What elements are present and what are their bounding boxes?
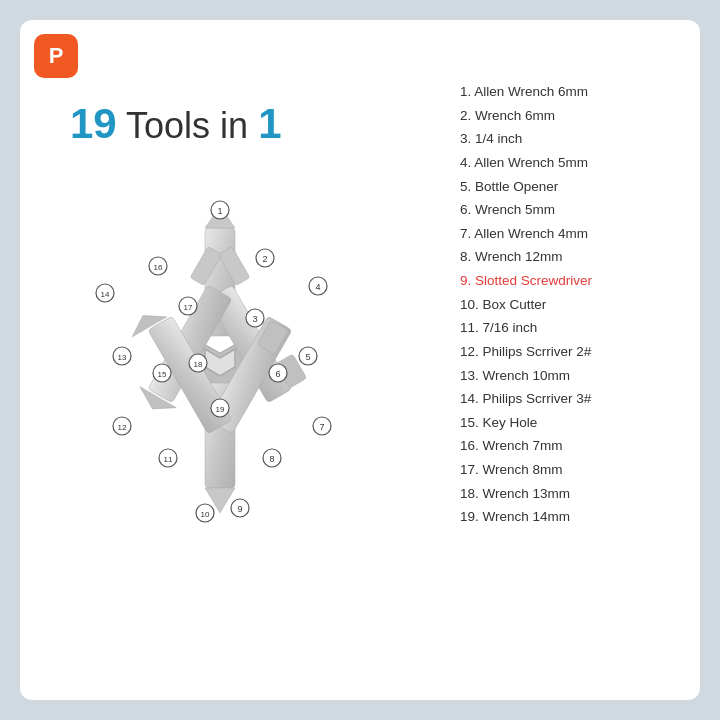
snowflake-svg: 1 2 3 4 5 6 7 8 9 10 [50, 158, 390, 658]
svg-text:11: 11 [164, 455, 173, 464]
tool-item-15: 15. Key Hole [460, 411, 680, 435]
tool-item-9: 9. Slotted Screwdriver [460, 269, 680, 293]
svg-text:1: 1 [217, 206, 222, 216]
logo-letter: P [49, 43, 64, 69]
svg-text:19: 19 [216, 405, 225, 414]
title-middle: Tools in [117, 105, 258, 146]
svg-text:2: 2 [262, 254, 267, 264]
svg-text:10: 10 [201, 510, 210, 519]
svg-text:6: 6 [275, 369, 280, 379]
svg-text:16: 16 [154, 263, 163, 272]
svg-text:7: 7 [319, 422, 324, 432]
tool-item-19: 19. Wrench 14mm [460, 505, 680, 529]
tool-item-4: 4. Allen Wrench 5mm [460, 151, 680, 175]
tool-item-14: 14. Philips Scrriver 3# [460, 387, 680, 411]
svg-text:12: 12 [118, 423, 127, 432]
tool-item-8: 8. Wrench 12mm [460, 245, 680, 269]
svg-text:4: 4 [315, 282, 320, 292]
tool-item-18: 18. Wrench 13mm [460, 482, 680, 506]
tool-item-7: 7. Allen Wrench 4mm [460, 222, 680, 246]
tool-item-11: 11. 7/16 inch [460, 316, 680, 340]
product-title: 19 Tools in 1 [70, 100, 282, 148]
svg-text:9: 9 [237, 504, 242, 514]
snowflake-diagram: 1 2 3 4 5 6 7 8 9 10 [50, 158, 410, 678]
tool-list-section: 1. Allen Wrench 6mm2. Wrench 6mm3. 1/4 i… [450, 40, 680, 680]
title-num1: 1 [258, 100, 281, 147]
svg-text:5: 5 [305, 352, 310, 362]
tool-item-12: 12. Philips Scrriver 2# [460, 340, 680, 364]
svg-text:14: 14 [101, 290, 110, 299]
tool-item-17: 17. Wrench 8mm [460, 458, 680, 482]
svg-text:17: 17 [184, 303, 193, 312]
tool-item-2: 2. Wrench 6mm [460, 104, 680, 128]
svg-text:13: 13 [118, 353, 127, 362]
tool-list: 1. Allen Wrench 6mm2. Wrench 6mm3. 1/4 i… [460, 80, 680, 529]
svg-text:3: 3 [252, 314, 257, 324]
logo: P [34, 34, 78, 78]
left-section: 19 Tools in 1 [40, 40, 450, 680]
logo-background: P [34, 34, 78, 78]
svg-text:8: 8 [269, 454, 274, 464]
tool-item-3: 3. 1/4 inch [460, 127, 680, 151]
svg-text:18: 18 [194, 360, 203, 369]
svg-text:15: 15 [158, 370, 167, 379]
tool-item-10: 10. Box Cutter [460, 293, 680, 317]
product-card: P 19 Tools in 1 [20, 20, 700, 700]
tool-item-1: 1. Allen Wrench 6mm [460, 80, 680, 104]
tool-item-5: 5. Bottle Opener [460, 175, 680, 199]
tool-item-13: 13. Wrench 10mm [460, 364, 680, 388]
title-num19: 19 [70, 100, 117, 147]
tool-item-16: 16. Wrench 7mm [460, 434, 680, 458]
tool-item-6: 6. Wrench 5mm [460, 198, 680, 222]
